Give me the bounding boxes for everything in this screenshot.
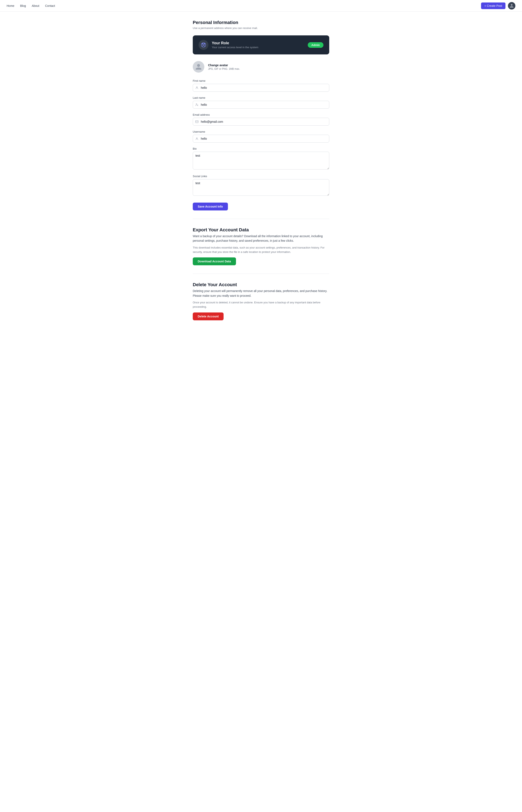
bio-label: Bio: [193, 147, 329, 150]
bio-textarea[interactable]: [193, 152, 329, 170]
role-card-left: Your Role Your current access level in t…: [199, 40, 258, 50]
role-subtitle: Your current access level in the system: [212, 46, 258, 49]
nav-home[interactable]: Home: [7, 4, 14, 7]
username-label: Username: [193, 130, 329, 133]
role-text: Your Role Your current access level in t…: [212, 41, 258, 49]
nav-about[interactable]: About: [32, 4, 39, 7]
social-links-label: Social Links: [193, 175, 329, 178]
create-post-button[interactable]: + Create Post: [481, 2, 505, 9]
nav-blog[interactable]: Blog: [20, 4, 26, 7]
email-input[interactable]: [193, 118, 329, 125]
role-card: Your Role Your current access level in t…: [193, 35, 329, 54]
export-note: This download includes essential data, s…: [193, 246, 329, 254]
first-name-wrapper: [193, 84, 329, 92]
page-title: Personal Information: [193, 20, 329, 25]
svg-point-5: [196, 104, 197, 104]
last-name-wrapper: [193, 101, 329, 109]
delete-title: Delete Your Account: [193, 282, 329, 287]
export-description: Want a backup of your account details? D…: [193, 234, 329, 243]
social-links-group: Social Links: [193, 175, 329, 196]
username-icon: [195, 137, 199, 140]
avatar-formats: JPG, GIF or PNG. 1MB max.: [208, 67, 240, 70]
svg-point-7: [196, 138, 197, 139]
last-name-label: Last name: [193, 96, 329, 99]
first-name-group: First name: [193, 79, 329, 92]
svg-point-3: [202, 43, 203, 44]
username-group: Username: [193, 130, 329, 142]
delete-note: Once your account is deleted, it cannot …: [193, 301, 329, 309]
svg-point-4: [196, 87, 197, 88]
username-input[interactable]: [193, 135, 329, 142]
avatar-info: Change avatar JPG, GIF or PNG. 1MB max.: [208, 63, 240, 70]
last-name-group: Last name: [193, 96, 329, 109]
social-links-textarea[interactable]: [193, 179, 329, 196]
main-content: Personal Information Use a permanent add…: [188, 12, 334, 337]
nav-links: Home Blog About Contact: [7, 4, 55, 7]
first-name-icon: [195, 86, 199, 90]
email-icon: [195, 120, 199, 123]
role-icon-container: [199, 40, 208, 50]
svg-rect-6: [196, 121, 198, 123]
svg-point-2: [204, 43, 205, 44]
avatar-image[interactable]: [193, 61, 204, 73]
export-title: Export Your Account Data: [193, 227, 329, 233]
save-account-button[interactable]: Save Account Info: [193, 202, 228, 210]
avatar-section: Change avatar JPG, GIF or PNG. 1MB max.: [193, 61, 329, 73]
page-subtitle: Use a permanent address where you can re…: [193, 26, 329, 30]
email-wrapper: [193, 118, 329, 125]
last-name-icon: [195, 103, 199, 107]
email-group: Email address: [193, 113, 329, 125]
role-icon: [201, 42, 206, 47]
last-name-input[interactable]: [193, 101, 329, 109]
download-account-button[interactable]: Download Account Data: [193, 257, 236, 265]
nav-right: + Create Post: [481, 2, 515, 9]
navbar: Home Blog About Contact + Create Post: [0, 0, 522, 12]
first-name-label: First name: [193, 79, 329, 82]
role-badge: Admin: [308, 42, 323, 48]
delete-account-button[interactable]: Delete Account: [193, 312, 224, 320]
avatar-change-label[interactable]: Change avatar: [208, 63, 240, 67]
email-label: Email address: [193, 113, 329, 116]
delete-description: Deleting your account will permanently r…: [193, 289, 329, 298]
username-wrapper: [193, 135, 329, 142]
nav-contact[interactable]: Contact: [45, 4, 55, 7]
user-avatar[interactable]: [508, 2, 515, 9]
role-title: Your Role: [212, 41, 258, 45]
first-name-input[interactable]: [193, 84, 329, 92]
svg-point-1: [203, 44, 204, 45]
bio-group: Bio: [193, 147, 329, 170]
